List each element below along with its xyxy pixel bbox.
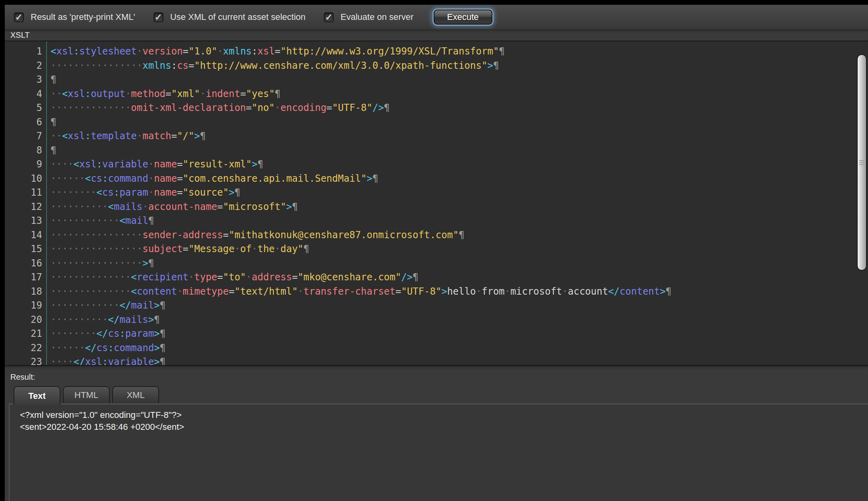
code-line[interactable]: ············<mail¶ [51,214,671,228]
line-number: 11 [5,186,46,200]
tab-text[interactable]: Text [14,386,60,405]
checkbox-use-xml-of-current-asset-selection[interactable]: ✓Use XML of current asset selection [154,12,306,22]
code-line[interactable]: ················>¶ [51,256,671,271]
line-number: 12 [5,200,46,214]
line-number: 4 [5,87,46,101]
code-line[interactable]: ····</xsl:variable>¶ [51,355,671,366]
line-number: 21 [5,327,46,341]
scrollbar-grip-icon [859,160,864,165]
vertical-scrollbar[interactable] [857,54,867,271]
line-number: 10 [5,172,46,186]
xslt-code-editor[interactable]: 1234567891011121314151617181920212223 <x… [5,41,868,366]
xslt-evaluator-window: ✓Result as 'pretty-print XML'✓Use XML of… [5,5,868,501]
line-number: 6 [5,115,46,130]
line-number: 1 [5,45,46,59]
code-lines[interactable]: <xsl:stylesheet·version="1.0"·xmlns:xsl=… [47,41,671,365]
line-number: 22 [5,341,46,355]
line-number: 20 [5,313,46,327]
result-tabbar: TextHTMLXML [5,386,868,404]
line-number: 23 [5,355,46,366]
code-line[interactable]: ··········<mails·account-name="microsoft… [51,200,671,214]
code-line[interactable]: ··············<content·mimetype="text/ht… [51,285,671,299]
line-number: 2 [5,59,46,73]
checkmark-icon[interactable]: ✓ [14,12,24,22]
code-line[interactable]: ··<xsl:template·match="/">¶ [51,129,671,144]
result-output-line: <sent>2022-04-20 15:58:46 +0200</sent> [20,421,868,433]
checkbox-result-as-pretty-print-xml[interactable]: ✓Result as 'pretty-print XML' [14,12,135,22]
line-number: 8 [5,144,46,158]
result-output-line: <?xml version="1.0" encoding="UTF-8"?> [20,409,868,421]
line-number: 9 [5,157,46,172]
line-number: 19 [5,299,46,313]
line-number: 15 [5,242,46,256]
code-line[interactable]: ················sender-address="mithatko… [51,228,671,243]
line-number: 13 [5,214,46,228]
line-number: 14 [5,228,46,243]
tab-html[interactable]: HTML [63,386,110,403]
checkbox-label: Result as 'pretty-print XML' [31,12,135,22]
code-line[interactable]: ······</cs:command>¶ [51,341,671,355]
checkmark-icon[interactable]: ✓ [324,12,334,22]
code-line[interactable]: ········<cs:param·name="source">¶ [51,186,671,200]
code-line[interactable]: <xsl:stylesheet·version="1.0"·xmlns:xsl=… [51,45,671,59]
tab-xml[interactable]: XML [112,386,159,403]
line-number: 16 [5,256,46,271]
result-label: Result: [10,373,868,382]
code-line[interactable]: ··············<recipient·type="to"·addre… [51,270,671,285]
xslt-label: XSLT [10,31,30,40]
result-output-panel[interactable]: <?xml version="1.0" encoding="UTF-8"?><s… [9,404,868,501]
line-number: 7 [5,129,46,144]
code-line[interactable]: ··<xsl:output·method="xml"·indent="yes"¶ [51,87,671,101]
checkbox-label: Evaluate on server [341,12,413,22]
toolbar-checkbox-group: ✓Result as 'pretty-print XML'✓Use XML of… [14,12,432,22]
code-line[interactable]: ············</mail>¶ [51,299,671,313]
checkbox-label: Use XML of current asset selection [170,12,306,22]
checkbox-evaluate-on-server[interactable]: ✓Evaluate on server [324,12,413,22]
line-number: 18 [5,285,46,299]
code-line[interactable]: ¶ [51,144,671,158]
result-section: Result: TextHTMLXML <?xml version="1.0" … [5,366,868,501]
code-line[interactable]: ····<xsl:variable·name="result-xml">¶ [51,157,671,172]
code-line[interactable]: ··········</mails>¶ [51,313,671,327]
code-line[interactable]: ················xmlns:cs="http://www.cen… [51,59,671,73]
line-number: 17 [5,270,46,285]
code-line[interactable]: ··············omit-xml-declaration="no"·… [51,101,671,115]
code-line[interactable]: ················subject="Message·of·the·… [51,242,671,256]
code-line[interactable]: ¶ [51,73,671,87]
toolbar: ✓Result as 'pretty-print XML'✓Use XML of… [5,5,868,30]
code-line[interactable]: ······<cs:command·name="com.censhare.api… [51,172,671,186]
line-number: 3 [5,73,46,87]
code-line[interactable]: ········</cs:param>¶ [51,327,671,341]
execute-button[interactable]: Execute [434,10,492,25]
line-numbers: 1234567891011121314151617181920212223 [5,41,47,365]
checkmark-icon[interactable]: ✓ [154,12,163,22]
code-line[interactable]: ¶ [51,115,671,130]
line-number: 5 [5,101,46,115]
xslt-header-row: XSLT [5,30,868,41]
